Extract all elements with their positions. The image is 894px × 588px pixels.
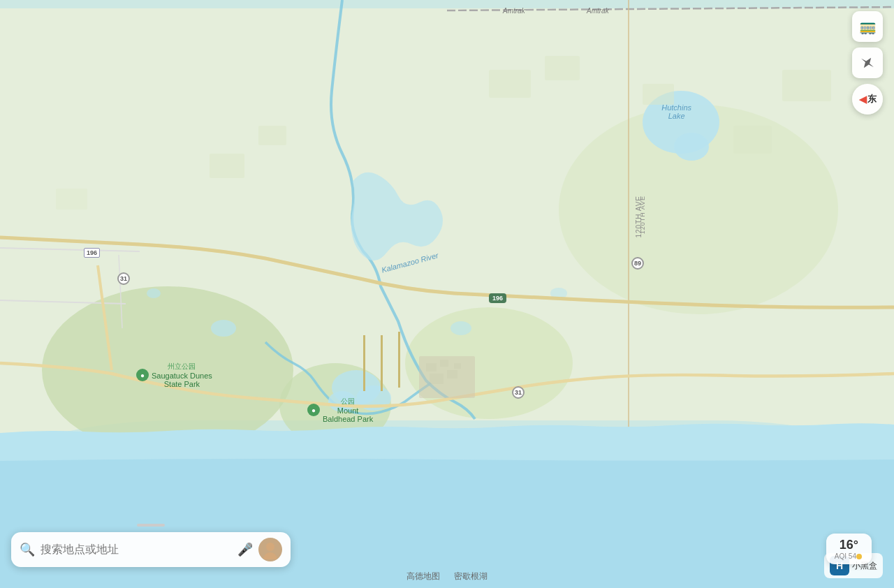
compass-arrow: ◀ [859,94,867,105]
road-31-badge-top: 31 [117,272,130,285]
svg-rect-34 [210,154,244,178]
weather-temp: 16° [840,538,858,552]
location-button[interactable] [852,47,883,78]
svg-point-6 [674,133,709,161]
road-89-badge: 89 [631,257,644,270]
search-icon: 🔍 [20,542,35,557]
road-196-badge: 196 [84,248,100,258]
aqi-display: AQI 54 [835,552,863,560]
svg-rect-31 [643,84,674,105]
bottom-right-widgets: H 小黑盒 16° AQI 54 [824,553,883,578]
svg-rect-28 [398,332,400,388]
search-bar[interactable]: 🔍 🎤 [11,532,291,567]
road-31-badge-bottom: 31 [512,386,525,399]
amtrak-label: Amtrak [503,7,525,15]
search-input[interactable] [41,543,232,556]
svg-rect-21 [426,363,437,372]
map-controls: 🚃 ◀ 东 [852,11,883,115]
highway-196-badge: 196 [489,293,506,303]
avenue-120-text: 120TH AVE [639,196,646,234]
avatar-image [261,540,280,559]
gaode-credit: 高德地图 [406,571,440,582]
compass-label: 东 [867,93,877,105]
compass-button[interactable]: ◀ 东 [852,84,883,115]
amtrak-label-2: Amtrak [587,7,609,15]
aqi-dot [856,554,862,559]
svg-point-37 [263,552,277,559]
user-avatar[interactable] [258,538,282,561]
mount-baldhead-name: MountBaldhead Park [323,406,373,423]
svg-rect-33 [782,70,831,101]
svg-rect-36 [56,189,87,210]
svg-point-11 [147,288,161,298]
mic-icon[interactable]: 🎤 [237,542,253,557]
map-credits: 高德地图 密歇根湖 [406,571,488,582]
mount-baldhead-label[interactable]: ● 公园 MountBaldhead Park [307,397,373,423]
svg-point-12 [450,321,471,335]
saugatuck-park-tag: 州立公园 [152,362,212,372]
weather-widget[interactable]: 16° AQI 54 [826,534,872,564]
transit-button[interactable]: 🚃 [852,11,883,42]
svg-rect-32 [733,126,772,154]
saugatuck-park-icon: ● [136,369,149,381]
search-drag-handle[interactable] [137,524,165,527]
saugatuck-park-name-2: State Park [152,380,212,388]
svg-rect-24 [430,374,444,384]
saugatuck-park-name: Saugatuck Dunes [152,372,212,380]
aqi-label: AQI 54 [835,552,856,560]
svg-rect-35 [258,126,286,145]
location-icon [860,55,875,71]
mount-baldhead-icon: ● [307,404,320,416]
search-bar-container: 🔍 🎤 [11,524,291,567]
svg-point-10 [211,320,236,337]
svg-rect-27 [381,335,383,391]
svg-rect-22 [440,360,448,367]
michigan-lake-label: 密歇根湖 [454,571,488,582]
hutchins-lake-label: HutchinsLake [661,103,691,120]
svg-rect-29 [489,70,531,98]
mount-baldhead-tag: 公园 [323,397,373,406]
transit-icon: 🚃 [859,18,877,35]
saugatuck-park-label[interactable]: ● 州立公园 Saugatuck Dunes State Park [136,362,212,388]
svg-rect-26 [363,335,365,391]
svg-point-38 [266,543,274,551]
map-container[interactable]: Amtrak Amtrak 120TH AVE Kalamazoo River … [0,0,894,588]
svg-rect-25 [447,370,457,378]
svg-rect-30 [545,56,580,80]
map-svg [0,0,894,588]
svg-rect-23 [454,363,461,369]
